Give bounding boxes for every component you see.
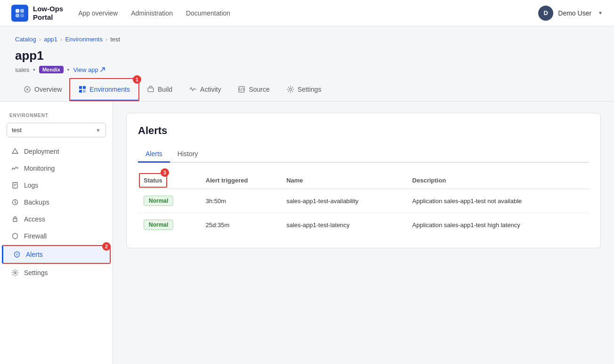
svg-rect-10 [148, 88, 154, 92]
nav-administration[interactable]: Administration [131, 9, 173, 17]
svg-rect-0 [16, 9, 19, 13]
app-title-area: app1 sales • Mendix • View app [0, 47, 614, 79]
th-status: 3 Status [138, 172, 200, 189]
alerts-table: 3 Status Alert triggered Name Descriptio… [138, 172, 589, 237]
tab-nav: Overview Environments 1 Build Activity S… [0, 79, 614, 102]
sidebar-item-settings[interactable]: Settings [0, 264, 113, 281]
td-name-1: sales-app1-test-availability [281, 189, 406, 213]
navbar: Low-Ops Portal App overview Administrati… [0, 0, 614, 26]
nav-links: App overview Administration Documentatio… [78, 9, 230, 17]
app-meta-dot: • [33, 66, 35, 73]
app-meta-sales: sales [15, 66, 29, 73]
user-name: Demo User [558, 9, 591, 17]
td-description-2: Application sales-app1-test high latency [407, 213, 589, 237]
sub-tab-nav: Alerts History [138, 146, 589, 163]
td-status-1: Normal [138, 189, 200, 213]
tab-environments-annotation: 1 [133, 75, 141, 84]
breadcrumb-sep-3: › [105, 36, 107, 43]
svg-rect-3 [20, 14, 24, 17]
avatar: D [538, 6, 553, 21]
brand-name: Low-Ops Portal [33, 5, 63, 22]
breadcrumb: Catalog › app1 › Environments › test [0, 26, 614, 47]
td-name-2: sales-app1-test-latency [281, 213, 406, 237]
sidebar-item-access[interactable]: Access [0, 211, 113, 228]
th-name: Name [281, 172, 406, 189]
brand-logo [11, 5, 28, 22]
breadcrumb-app1[interactable]: app1 [44, 36, 57, 43]
svg-rect-7 [83, 86, 86, 89]
status-badge: Normal [144, 220, 173, 230]
app-meta: sales • Mendix • View app [15, 66, 599, 73]
svg-rect-1 [20, 9, 24, 13]
content-area: Alerts Alerts History 3 Status [113, 102, 614, 364]
breadcrumb-sep-2: › [60, 36, 62, 43]
sub-tab-history[interactable]: History [170, 146, 206, 163]
chevron-down-icon[interactable]: ▼ [598, 10, 603, 16]
breadcrumb-catalog[interactable]: Catalog [15, 36, 36, 43]
access-icon [11, 215, 19, 223]
sidebar-alerts-annotation: 2 [102, 242, 111, 251]
alerts-icon [13, 250, 21, 259]
breadcrumb-sep-1: › [39, 36, 41, 43]
select-chevron-icon: ▼ [96, 127, 101, 133]
sidebar-item-monitoring[interactable]: Monitoring [0, 160, 113, 177]
logs-icon [11, 181, 19, 190]
firewall-icon [11, 232, 19, 240]
tab-source[interactable]: Source [229, 79, 278, 101]
svg-rect-6 [79, 86, 82, 89]
nav-app-overview[interactable]: App overview [78, 9, 118, 17]
badge-mendix: Mendix [39, 66, 64, 73]
svg-point-12 [289, 88, 291, 91]
monitoring-icon [11, 164, 19, 173]
svg-rect-8 [79, 90, 82, 93]
status-badge: Normal [144, 196, 173, 206]
brand-logo-link[interactable]: Low-Ops Portal [11, 5, 63, 22]
td-description-1: Application sales-app1-test not availabl… [407, 189, 589, 213]
svg-point-21 [14, 272, 16, 274]
table-annotation: 3 [161, 168, 169, 177]
th-description: Description [407, 172, 589, 189]
svg-rect-2 [16, 14, 19, 17]
env-select[interactable]: test ▼ [7, 123, 106, 137]
backups-icon [11, 198, 19, 206]
sidebar: ENVIRONMENT test ▼ Deployment Monitoring [0, 102, 113, 364]
content-card: Alerts Alerts History 3 Status [126, 113, 601, 248]
td-triggered-2: 25d:35m [200, 213, 281, 237]
table-row: Normal 25d:35m sales-app1-test-latency A… [138, 213, 589, 237]
breadcrumb-test: test [110, 36, 120, 43]
td-status-2: Normal [138, 213, 200, 237]
tab-activity[interactable]: Activity [181, 79, 229, 101]
th-alert-triggered: Alert triggered [200, 172, 281, 189]
main-layout: ENVIRONMENT test ▼ Deployment Monitoring [0, 102, 614, 364]
sidebar-item-deployment[interactable]: Deployment [0, 143, 113, 160]
settings-icon [11, 269, 19, 277]
tab-environments[interactable]: Environments [70, 79, 138, 101]
sidebar-item-firewall[interactable]: Firewall [0, 228, 113, 245]
page-title: app1 [15, 48, 599, 63]
svg-point-5 [26, 88, 28, 90]
svg-rect-14 [13, 182, 17, 188]
table-row: Normal 3h:50m sales-app1-test-availabili… [138, 189, 589, 213]
content-title: Alerts [138, 125, 589, 137]
app-meta-dot2: • [67, 66, 70, 73]
deployment-icon [11, 147, 19, 156]
nav-documentation[interactable]: Documentation [186, 9, 230, 17]
sidebar-item-alerts[interactable]: Alerts [2, 245, 111, 264]
env-select-wrap: test ▼ [0, 120, 113, 143]
sidebar-section-label: ENVIRONMENT [0, 109, 113, 120]
tab-build[interactable]: Build [138, 79, 181, 101]
sidebar-item-backups[interactable]: Backups [0, 194, 113, 211]
svg-rect-9 [83, 90, 86, 93]
navbar-right: D Demo User ▼ [538, 6, 603, 21]
tab-overview[interactable]: Overview [15, 79, 70, 101]
svg-marker-13 [12, 149, 18, 153]
td-triggered-1: 3h:50m [200, 189, 281, 213]
breadcrumb-environments[interactable]: Environments [65, 36, 102, 43]
view-app-link[interactable]: View app [73, 66, 105, 73]
tab-settings[interactable]: Settings [278, 79, 330, 101]
sub-tab-alerts[interactable]: Alerts [138, 146, 170, 163]
table-header-row: 3 Status Alert triggered Name Descriptio… [138, 172, 589, 189]
sidebar-item-logs[interactable]: Logs [0, 177, 113, 194]
svg-rect-18 [13, 219, 17, 222]
